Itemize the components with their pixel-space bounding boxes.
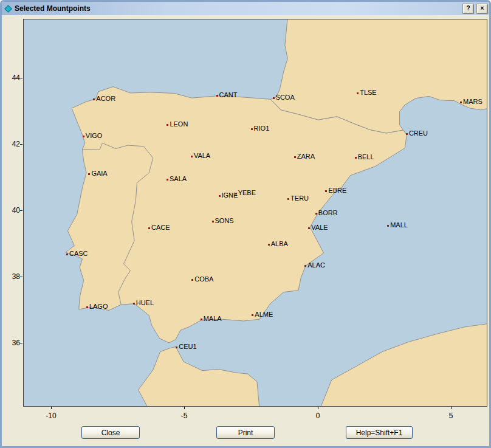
- station-marker: [86, 306, 88, 308]
- station-label: BELL: [358, 154, 374, 160]
- station-marker: [325, 190, 327, 192]
- station-creu: CREU: [406, 133, 408, 135]
- station-casc: CASC: [66, 253, 68, 255]
- station-marker: [88, 173, 90, 175]
- station-mall: MALL: [387, 225, 389, 227]
- station-marker: [216, 95, 218, 97]
- station-label: MALA: [204, 315, 222, 322]
- station-label: MARS: [463, 98, 482, 105]
- window-title: Selected Mountpoints: [15, 4, 459, 13]
- y-tick-label: 38: [4, 272, 20, 281]
- station-marker: [191, 279, 193, 281]
- station-marker: [355, 157, 357, 159]
- station-label: BORR: [318, 210, 338, 216]
- close-titlebar-button[interactable]: ×: [477, 4, 487, 13]
- help-titlebar-button[interactable]: ?: [463, 4, 473, 13]
- station-label: ALAC: [307, 262, 325, 269]
- title-bar[interactable]: Selected Mountpoints ? ×: [2, 2, 489, 15]
- station-marker: [167, 179, 168, 181]
- help-button[interactable]: Help=Shift+F1: [346, 426, 413, 439]
- station-label: SONS: [215, 218, 234, 224]
- station-marker: [315, 213, 317, 215]
- stations-layer: ACORCANTSCOATLSEMARSVIGOLEONRIO1CREUVALA…: [24, 19, 487, 406]
- x-tick: [318, 407, 318, 409]
- station-label: SALA: [170, 176, 187, 182]
- station-label: CREU: [409, 130, 428, 137]
- station-zara: ZARA: [294, 156, 296, 158]
- station-label: LAGO: [89, 303, 108, 310]
- station-label: YEBE: [238, 190, 256, 196]
- station-marker: [83, 136, 84, 137]
- station-scoa: SCOA: [273, 97, 275, 99]
- station-label: ZARA: [297, 153, 315, 160]
- station-marker: [304, 265, 306, 267]
- y-tick-label: 44: [4, 74, 20, 82]
- station-marker: [308, 227, 310, 229]
- print-button[interactable]: Print: [216, 426, 275, 439]
- station-label: CEU1: [179, 343, 196, 350]
- station-mala: MALA: [201, 319, 202, 320]
- station-huel: HUEL: [133, 303, 135, 305]
- station-marker: [460, 102, 462, 103]
- station-label: CANT: [219, 92, 238, 98]
- y-tick-label: 42: [4, 140, 20, 148]
- station-label: HUEL: [136, 300, 154, 306]
- y-tick-label: 40: [4, 206, 20, 215]
- station-bell: BELL: [355, 157, 357, 159]
- station-leon: LEON: [167, 124, 168, 126]
- station-marker: [294, 156, 296, 158]
- station-sons: SONS: [212, 221, 214, 222]
- station-label: EBRE: [328, 187, 346, 194]
- station-mars: MARS: [460, 102, 462, 103]
- station-marker: [191, 156, 193, 157]
- map-plot: ACORCANTSCOATLSEMARSVIGOLEONRIO1CREUVALA…: [23, 19, 487, 407]
- station-marker: [176, 346, 177, 348]
- station-yebe: YEBE: [235, 193, 237, 195]
- station-marker: [167, 124, 168, 126]
- station-label: TERU: [290, 195, 309, 202]
- station-alba: ALBA: [268, 244, 270, 246]
- station-marker: [273, 97, 275, 99]
- selected-mountpoints-window: Selected Mountpoints ? × ACORCANTSCOATLS…: [0, 0, 491, 448]
- station-marker: [93, 98, 95, 100]
- station-vigo: VIGO: [83, 136, 84, 137]
- station-sala: SALA: [167, 179, 168, 181]
- station-marker: [387, 225, 389, 227]
- station-marker: [268, 244, 270, 246]
- x-tick-label: -10: [39, 412, 63, 420]
- close-button[interactable]: Close: [81, 426, 140, 439]
- x-tick: [51, 407, 52, 409]
- y-tick: [20, 277, 22, 277]
- station-marker: [287, 198, 289, 200]
- station-gaia: GAIA: [88, 173, 90, 175]
- x-tick-label: 5: [439, 412, 463, 420]
- station-alme: ALME: [252, 314, 253, 316]
- station-acor: ACOR: [93, 98, 95, 100]
- station-label: VALA: [194, 153, 210, 159]
- station-marker: [148, 227, 150, 229]
- station-ebre: EBRE: [325, 190, 327, 192]
- station-label: GAIA: [91, 170, 107, 177]
- station-label: ALME: [255, 311, 273, 318]
- station-marker: [252, 314, 253, 316]
- station-label: ACOR: [96, 95, 115, 102]
- station-marker: [251, 128, 253, 130]
- window-content: ACORCANTSCOATLSEMARSVIGOLEONRIO1CREUVALA…: [2, 15, 489, 446]
- x-tick: [451, 407, 452, 409]
- x-tick-label: -5: [172, 412, 196, 420]
- station-label: CASC: [69, 250, 88, 257]
- station-marker: [219, 195, 221, 197]
- y-tick: [20, 343, 22, 343]
- station-label: COBA: [194, 276, 213, 283]
- station-cace: CACE: [148, 227, 150, 229]
- station-ceu1: CEU1: [176, 346, 177, 348]
- station-lago: LAGO: [86, 306, 88, 308]
- station-alac: ALAC: [304, 265, 306, 267]
- y-tick: [20, 78, 22, 78]
- y-tick: [20, 210, 22, 211]
- station-label: ALBA: [271, 241, 288, 247]
- station-vale: VALE: [308, 227, 310, 229]
- y-tick-label: 36: [4, 339, 20, 347]
- station-rio1: RIO1: [251, 128, 253, 130]
- station-vala: VALA: [191, 156, 193, 157]
